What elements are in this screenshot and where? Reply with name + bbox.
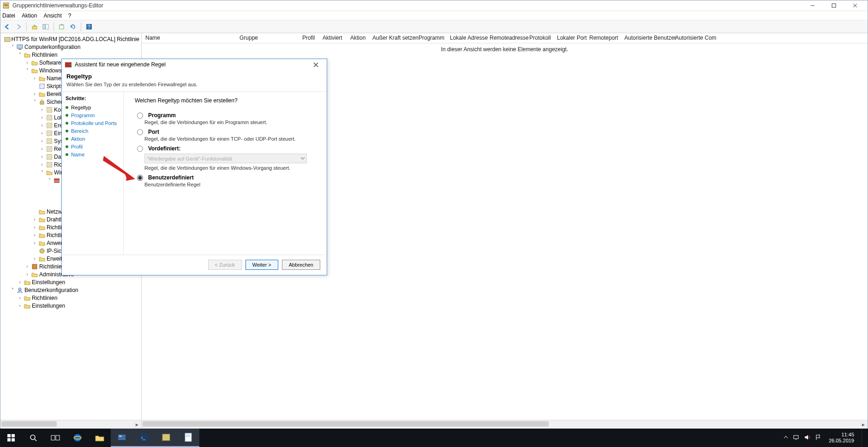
svg-rect-6 <box>32 26 37 29</box>
nav-back-button[interactable] <box>2 22 12 32</box>
col-ausser-kraft[interactable]: Außer Kraft setzen <box>369 33 415 43</box>
tree-einstellungen[interactable]: ›Einstellungen <box>17 278 141 286</box>
option-vordefiniert[interactable]: Vordefiniert: <box>135 145 317 152</box>
svg-rect-0 <box>3 3 9 8</box>
taskbar-explorer[interactable] <box>89 429 111 447</box>
tray-up-icon[interactable] <box>784 435 788 441</box>
radio-vordefiniert[interactable] <box>137 146 143 152</box>
col-programm[interactable]: Programm <box>415 33 446 43</box>
tree-richtlinien[interactable]: ˅Richtlinien <box>17 51 141 59</box>
tray-network-icon[interactable] <box>793 434 799 441</box>
up-level-button[interactable] <box>30 22 40 32</box>
svg-rect-43 <box>12 438 15 441</box>
scroll-thumb[interactable] <box>143 421 549 427</box>
back-button[interactable]: < Zurück <box>208 260 242 270</box>
step-label: Profil <box>71 144 83 149</box>
tray-flag-icon[interactable] <box>815 434 821 441</box>
svg-text:›_: ›_ <box>141 435 145 440</box>
wizard-close-button[interactable] <box>307 60 324 70</box>
column-headers[interactable]: Name Gruppe Profil Aktiviert Aktion Auße… <box>142 33 868 43</box>
svg-rect-27 <box>54 181 60 182</box>
tree-label: Richtlinien <box>32 295 57 301</box>
col-autorisierte-computer[interactable]: Autorisierte Com <box>671 33 868 43</box>
menu-ansicht[interactable]: Ansicht <box>43 12 61 19</box>
next-button[interactable]: Weiter > <box>245 260 278 270</box>
taskbar-mmc[interactable] <box>155 429 177 447</box>
option-programm[interactable]: Programm <box>135 112 317 119</box>
task-view-button[interactable] <box>44 429 66 447</box>
step-name[interactable]: Name <box>66 152 120 157</box>
wizard-titlebar[interactable]: Assistent für neue eingehende Regel <box>62 59 327 70</box>
svg-rect-8 <box>46 24 48 29</box>
menu-datei[interactable]: Datei <box>2 12 15 19</box>
option-benutzerdefiniert[interactable]: Benutzerdefiniert <box>135 174 317 181</box>
help-button[interactable]: ? <box>84 22 94 32</box>
col-protokoll[interactable]: Protokoll <box>526 33 553 43</box>
minimize-button[interactable] <box>802 0 823 11</box>
step-aktion[interactable]: Aktion <box>66 136 120 142</box>
system-tray[interactable] <box>784 434 821 441</box>
scroll-right-icon[interactable]: ► <box>859 420 868 429</box>
scroll-thumb[interactable] <box>1 421 57 427</box>
wizard-steps: Schritte: Regeltyp Programm Protokolle u… <box>62 92 124 255</box>
search-button[interactable] <box>22 429 44 447</box>
col-autorisierte-benutzer[interactable]: Autorisierte Benutzer <box>621 33 671 43</box>
step-protokolle[interactable]: Protokolle und Ports <box>66 120 120 126</box>
tree-root[interactable]: HTTPS für WinRM [DC2016.ADG.LOCAL] Richt… <box>2 35 141 43</box>
step-bereich[interactable]: Bereich <box>66 128 120 134</box>
tray-volume-icon[interactable] <box>804 434 810 441</box>
tree-item[interactable]: ›Einstellungen <box>17 302 141 310</box>
show-hide-tree-button[interactable] <box>41 22 51 32</box>
col-lokale-adresse[interactable]: Lokale Adresse <box>446 33 486 43</box>
taskbar-notepad[interactable] <box>177 429 199 447</box>
taskbar-clock[interactable]: 11:45 26.05.2019 <box>826 432 857 444</box>
taskbar[interactable]: ›_ 11:45 26.05.2019 <box>0 429 868 447</box>
wizard-footer: < Zurück Weiter > Abbrechen <box>62 255 327 275</box>
col-profil[interactable]: Profil <box>299 33 319 43</box>
tree-item[interactable]: ›Richtlinien <box>17 294 141 302</box>
list-hscrollbar[interactable]: ◄ ► <box>142 420 868 428</box>
col-aktion[interactable]: Aktion <box>347 33 369 43</box>
step-programm[interactable]: Programm <box>66 113 120 118</box>
tree-benutzerkonfiguration[interactable]: ˅Benutzerkonfiguration <box>10 286 141 294</box>
step-profil[interactable]: Profil <box>66 144 120 149</box>
col-aktiviert[interactable]: Aktiviert <box>319 33 347 43</box>
scroll-right-icon[interactable]: ► <box>133 420 141 428</box>
svg-line-36 <box>314 63 318 67</box>
maximize-button[interactable] <box>823 0 844 11</box>
show-desktop-button[interactable] <box>862 429 864 447</box>
export-button[interactable] <box>57 22 67 32</box>
menu-help[interactable]: ? <box>68 12 72 19</box>
tree-computerkonfiguration[interactable]: ˅Computerkonfiguration <box>10 43 141 51</box>
svg-rect-35 <box>65 62 72 67</box>
lock-icon <box>38 98 46 106</box>
radio-port[interactable] <box>137 129 143 135</box>
step-regeltyp[interactable]: Regeltyp <box>66 105 120 110</box>
col-gruppe[interactable]: Gruppe <box>236 33 299 43</box>
taskbar-ie[interactable] <box>66 429 89 447</box>
taskbar-server-manager[interactable] <box>111 429 133 447</box>
step-label: Regeltyp <box>71 105 91 110</box>
col-name[interactable]: Name <box>142 33 236 43</box>
svg-rect-13 <box>17 45 23 48</box>
policy-icon <box>46 122 53 129</box>
folder-icon <box>24 51 31 59</box>
col-lokaler-port[interactable]: Lokaler Port <box>553 33 586 43</box>
titlebar[interactable]: Gruppenrichtlinienverwaltungs-Editor <box>0 0 868 11</box>
option-port[interactable]: Port <box>135 129 317 135</box>
vordefiniert-select[interactable]: "Wiedergabe auf Gerät"-Funktionalität <box>144 154 307 163</box>
radio-benutzerdefiniert[interactable] <box>137 175 143 181</box>
firewall-icon <box>53 177 60 184</box>
close-button[interactable] <box>844 0 866 11</box>
refresh-button[interactable] <box>68 22 78 32</box>
taskbar-powershell[interactable]: ›_ <box>133 429 155 447</box>
cancel-button[interactable]: Abbrechen <box>282 260 320 270</box>
start-button[interactable] <box>0 429 22 447</box>
tree-hscrollbar[interactable]: ◄ ► <box>0 420 141 428</box>
col-remoteport[interactable]: Remoteport <box>586 33 621 43</box>
script-icon <box>38 83 46 90</box>
col-remoteadresse[interactable]: Remoteadresse <box>486 33 526 43</box>
radio-programm[interactable] <box>137 113 143 119</box>
menu-aktion[interactable]: Aktion <box>22 12 37 19</box>
nav-forward-button[interactable] <box>13 22 24 32</box>
